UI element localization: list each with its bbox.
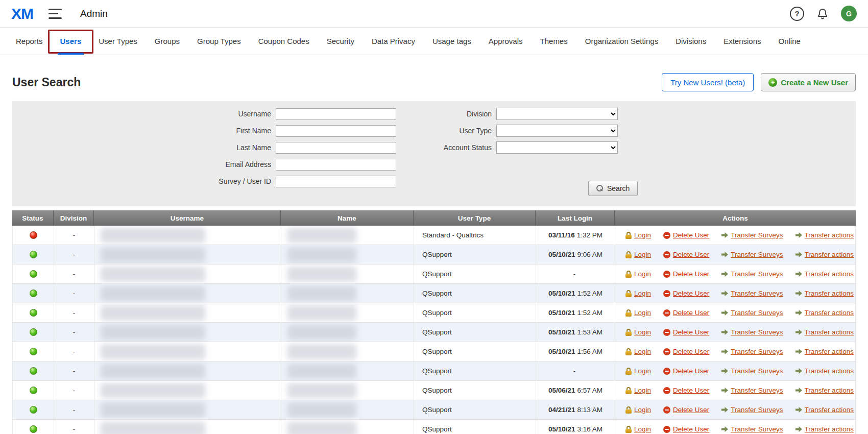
actions-cell: Login Delete User Transfer Surveys Trans… [615,361,855,380]
transfer-arrow-icon [795,232,802,238]
tab-organization-settings[interactable]: Organization Settings [576,28,667,55]
tab-online[interactable]: Online [770,28,809,55]
transfer-actions-link[interactable]: Transfer actions [795,367,854,375]
transfer-surveys-link[interactable]: Transfer Surveys [721,290,783,297]
transfer-actions-link[interactable]: Transfer actions [795,425,854,433]
transfer-actions-link-label: Transfer actions [805,348,854,355]
transfer-actions-link[interactable]: Transfer actions [795,387,854,394]
delete-user-link[interactable]: Delete User [663,231,709,239]
delete-user-link[interactable]: Delete User [663,348,709,355]
login-link[interactable]: Login [625,270,651,278]
try-new-users-button[interactable]: Try New Users! (beta) [662,73,754,91]
tab-divisions[interactable]: Divisions [667,28,715,55]
transfer-actions-link[interactable]: Transfer actions [795,270,854,278]
username-cell [94,323,281,342]
delete-user-link-label: Delete User [673,387,709,394]
table-row: - QSupport - Login Delete User Transfer … [12,264,856,284]
name-cell [281,303,414,322]
transfer-actions-link[interactable]: Transfer actions [795,309,854,317]
login-link[interactable]: Login [625,231,651,239]
help-icon[interactable]: ? [790,7,804,21]
transfer-actions-link[interactable]: Transfer actions [795,231,854,239]
tab-reports[interactable]: Reports [7,28,52,55]
lock-icon [625,426,632,433]
transfer-actions-link[interactable]: Transfer actions [795,251,854,258]
delete-user-link[interactable]: Delete User [663,290,709,297]
login-link[interactable]: Login [625,348,651,355]
transfer-arrow-icon [795,291,802,296]
tab-data-privacy[interactable]: Data Privacy [363,28,424,55]
transfer-actions-link[interactable]: Transfer actions [795,406,854,414]
form-row: User Type [354,125,618,137]
tab-approvals[interactable]: Approvals [480,28,532,55]
login-link[interactable]: Login [625,309,651,317]
transfer-surveys-link[interactable]: Transfer Surveys [721,406,783,414]
hamburger-menu-icon[interactable] [49,9,62,19]
login-link[interactable]: Login [625,290,651,297]
tab-themes[interactable]: Themes [532,28,576,55]
user-avatar[interactable]: G [841,6,857,21]
tab-extensions[interactable]: Extensions [715,28,769,55]
transfer-actions-link-label: Transfer actions [805,387,854,394]
plus-circle-icon: + [768,78,777,87]
delete-user-link[interactable]: Delete User [663,251,709,258]
tab-groups[interactable]: Groups [146,28,188,55]
form-row: First Name [12,125,396,137]
tab-users[interactable]: Users [52,28,90,55]
last-login-time: 1:53 AM [577,328,603,336]
last-login-date: 05/10/21 [548,290,575,297]
name-cell [281,323,414,342]
transfer-actions-link[interactable]: Transfer actions [795,348,854,355]
last-login-date: 04/21/21 [548,406,575,414]
transfer-actions-link[interactable]: Transfer actions [795,328,854,336]
login-link[interactable]: Login [625,425,651,433]
transfer-surveys-link[interactable]: Transfer Surveys [721,367,783,375]
login-link[interactable]: Login [625,387,651,394]
actions-cell: Login Delete User Transfer Surveys Trans… [615,264,855,283]
transfer-surveys-link[interactable]: Transfer Surveys [721,251,783,258]
account-status-select[interactable] [496,141,618,154]
search-button[interactable]: Search [588,181,638,196]
transfer-surveys-link[interactable]: Transfer Surveys [721,348,783,355]
last-login-date: 05/10/21 [548,309,575,317]
transfer-surveys-link[interactable]: Transfer Surveys [721,231,783,239]
delete-user-link[interactable]: Delete User [663,406,709,414]
notifications-bell-icon[interactable] [816,8,829,20]
tab-group-types[interactable]: Group Types [188,28,250,55]
account-status-label: Account Status [354,143,496,152]
transfer-surveys-link[interactable]: Transfer Surveys [721,387,783,394]
transfer-surveys-link-label: Transfer Surveys [731,367,783,375]
redacted-name [287,228,356,243]
delete-user-link[interactable]: Delete User [663,309,709,317]
tab-coupon-codes[interactable]: Coupon Codes [250,28,318,55]
tab-security[interactable]: Security [318,28,363,55]
email-address-input[interactable] [276,159,396,171]
delete-user-link[interactable]: Delete User [663,270,709,278]
survey-user-id-input[interactable] [276,176,396,187]
delete-user-link[interactable]: Delete User [663,328,709,336]
status-cell [13,381,54,400]
tab-user-types[interactable]: User Types [90,28,146,55]
delete-user-link[interactable]: Delete User [663,367,709,375]
transfer-surveys-link[interactable]: Transfer Surveys [721,309,783,317]
delete-user-link[interactable]: Delete User [663,387,709,394]
tab-usage-tags[interactable]: Usage tags [424,28,480,55]
user-type-select[interactable] [496,125,618,137]
login-link[interactable]: Login [625,251,651,258]
actions-cell: Login Delete User Transfer Surveys Trans… [615,400,855,419]
transfer-surveys-link[interactable]: Transfer Surveys [721,270,783,278]
transfer-arrow-icon [795,329,802,335]
status-led-icon [30,290,37,297]
qualtrics-admin-app: XM Admin ? G ReportsUsersUser TypesGroup… [0,0,868,434]
division-select[interactable] [496,108,618,120]
login-link[interactable]: Login [625,367,651,375]
redacted-name [287,383,356,398]
transfer-actions-link[interactable]: Transfer actions [795,290,854,297]
login-link[interactable]: Login [625,328,651,336]
create-new-user-button[interactable]: + Create a New User [761,73,856,91]
transfer-surveys-link[interactable]: Transfer Surveys [721,425,783,433]
delete-user-link[interactable]: Delete User [663,425,709,433]
delete-user-link-label: Delete User [673,290,709,297]
login-link[interactable]: Login [625,406,651,414]
transfer-surveys-link[interactable]: Transfer Surveys [721,328,783,336]
